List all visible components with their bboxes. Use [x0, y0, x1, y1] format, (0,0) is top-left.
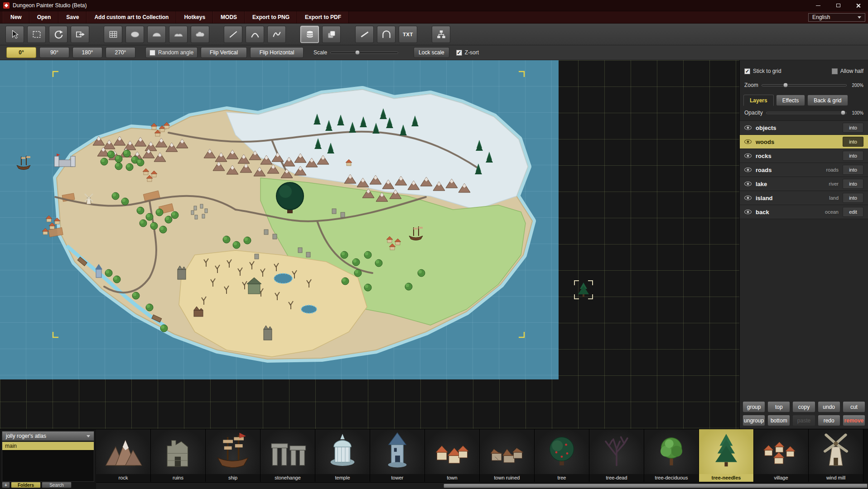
menu-add-custom-art[interactable]: Add custom art to Collection: [87, 11, 176, 23]
cylinder-object-tool[interactable]: [300, 26, 319, 43]
layer-row-rocks[interactable]: rocks into: [740, 149, 868, 163]
angle-0-button[interactable]: 0°: [6, 47, 36, 58]
layer-into-button[interactable]: into: [843, 165, 863, 175]
layer-row-lake[interactable]: lake river into: [740, 177, 868, 191]
tab-folders[interactable]: Folders: [11, 482, 41, 488]
menu-save[interactable]: Save: [58, 11, 87, 23]
add-folder-button[interactable]: +: [2, 482, 10, 488]
visibility-eye-icon[interactable]: [744, 139, 752, 144]
scale-slider[interactable]: [330, 52, 398, 54]
zoom-slider-thumb[interactable]: [783, 83, 788, 88]
ellipse-shape-tool[interactable]: [125, 26, 144, 43]
paste-button[interactable]: paste: [792, 415, 815, 426]
copy-button[interactable]: copy: [792, 401, 815, 412]
straight-wall-tool[interactable]: [355, 26, 374, 43]
layer-row-back[interactable]: back ocean edit: [740, 205, 868, 219]
mound-shape-tool[interactable]: [169, 26, 188, 43]
top-button[interactable]: top: [767, 401, 790, 412]
asset-tree-deciduous[interactable]: tree-deciduous: [644, 429, 699, 482]
arch-wall-tool[interactable]: [377, 26, 395, 43]
cut-button[interactable]: cut: [843, 401, 865, 412]
layer-into-button[interactable]: into: [843, 123, 863, 133]
layer-edit-button[interactable]: edit: [843, 207, 863, 217]
lock-scale-button[interactable]: Lock scale: [414, 47, 449, 58]
stack-objects-tool[interactable]: [322, 26, 341, 43]
asset-wind-mill[interactable]: wind mill: [809, 429, 863, 482]
asset-stonehange[interactable]: stonehange: [260, 429, 315, 482]
asset-ruins[interactable]: ruins: [151, 429, 206, 482]
dome-shape-tool[interactable]: [147, 26, 166, 43]
grid-fill-tool[interactable]: [104, 26, 122, 43]
menu-export-png[interactable]: Export to PNG: [245, 11, 297, 23]
visibility-eye-icon[interactable]: [744, 196, 752, 200]
menu-export-pdf[interactable]: Export to PDF: [297, 11, 349, 23]
asset-temple[interactable]: temple: [315, 429, 370, 482]
bottom-button[interactable]: bottom: [767, 415, 790, 426]
scrollbar-thumb[interactable]: [444, 484, 868, 488]
marquee-select-tool[interactable]: [27, 26, 46, 43]
ungroup-button[interactable]: ungroup: [743, 415, 765, 426]
asset-tower[interactable]: tower: [370, 429, 425, 482]
island-map[interactable]: [0, 60, 559, 379]
angle-180-button[interactable]: 180°: [72, 47, 102, 58]
map-canvas-area[interactable]: [0, 60, 739, 429]
asset-village[interactable]: village: [754, 429, 809, 482]
rotate-tool[interactable]: [49, 26, 68, 43]
visibility-eye-icon[interactable]: [744, 210, 752, 214]
group-button[interactable]: group: [743, 401, 765, 412]
structure-group-tool[interactable]: [432, 26, 450, 43]
asset-tree-needles[interactable]: tree-needles: [699, 429, 754, 482]
line-draw-tool[interactable]: [224, 26, 242, 43]
layer-row-island[interactable]: island land into: [740, 191, 868, 205]
asset-town-ruined[interactable]: town ruined: [480, 429, 535, 482]
angle-90-button[interactable]: 90°: [39, 47, 69, 58]
layer-row-objects[interactable]: objects into: [740, 121, 868, 135]
visibility-eye-icon[interactable]: [744, 153, 752, 158]
asset-tree[interactable]: tree: [535, 429, 589, 482]
redo-button[interactable]: redo: [818, 415, 840, 426]
map-viewport[interactable]: [0, 60, 559, 379]
layer-into-button[interactable]: into: [843, 193, 863, 203]
asset-ship[interactable]: ship: [206, 429, 260, 482]
layer-into-button[interactable]: into: [843, 137, 863, 147]
close-button[interactable]: [848, 0, 868, 11]
selected-object-marquee[interactable]: [574, 280, 593, 300]
maximize-button[interactable]: [828, 0, 848, 11]
text-tool[interactable]: TXT: [399, 26, 417, 43]
layer-row-woods[interactable]: woods into: [740, 135, 868, 149]
visibility-eye-icon[interactable]: [744, 182, 752, 186]
export-selection-tool[interactable]: [71, 26, 89, 43]
curve-draw-tool[interactable]: [267, 26, 286, 43]
tab-effects[interactable]: Effects: [776, 95, 805, 106]
language-select[interactable]: English: [808, 13, 865, 22]
flip-horizontal-button[interactable]: Flip Horizontal: [250, 47, 304, 58]
flip-vertical-button[interactable]: Flip Vertical: [201, 47, 247, 58]
menu-mods[interactable]: MODS: [213, 11, 245, 23]
asset-tree-dead[interactable]: tree-dead: [589, 429, 644, 482]
menu-open[interactable]: Open: [29, 11, 59, 23]
pointer-tool[interactable]: [5, 26, 24, 43]
menu-hotkeys[interactable]: Hotkeys: [176, 11, 213, 23]
visibility-eye-icon[interactable]: [744, 168, 752, 172]
layer-into-button[interactable]: into: [843, 151, 863, 161]
layer-row-roads[interactable]: roads roads into: [740, 163, 868, 177]
random-angle-checkbox[interactable]: Random angle: [145, 47, 198, 58]
zoom-slider[interactable]: [762, 84, 847, 86]
angle-270-button[interactable]: 270°: [106, 47, 135, 58]
layer-into-button[interactable]: into: [843, 179, 863, 189]
asset-scrollbar[interactable]: [96, 482, 868, 489]
undo-button[interactable]: undo: [818, 401, 840, 412]
scale-slider-thumb[interactable]: [355, 50, 360, 55]
asset-rock[interactable]: rock: [96, 429, 151, 482]
tab-search[interactable]: Search: [42, 482, 72, 488]
asset-town[interactable]: town: [425, 429, 480, 482]
minimize-button[interactable]: [808, 0, 828, 11]
menu-new[interactable]: New: [3, 11, 29, 23]
stick-to-grid-checkbox[interactable]: Stick to grid: [744, 66, 781, 77]
arc-draw-tool[interactable]: [246, 26, 264, 43]
remove-button[interactable]: remove: [843, 415, 865, 426]
tab-back-and-grid[interactable]: Back & grid: [807, 95, 848, 106]
allow-half-checkbox[interactable]: Allow half: [832, 66, 863, 77]
opacity-slider[interactable]: [766, 112, 847, 114]
folder-item-main[interactable]: main: [2, 442, 94, 451]
